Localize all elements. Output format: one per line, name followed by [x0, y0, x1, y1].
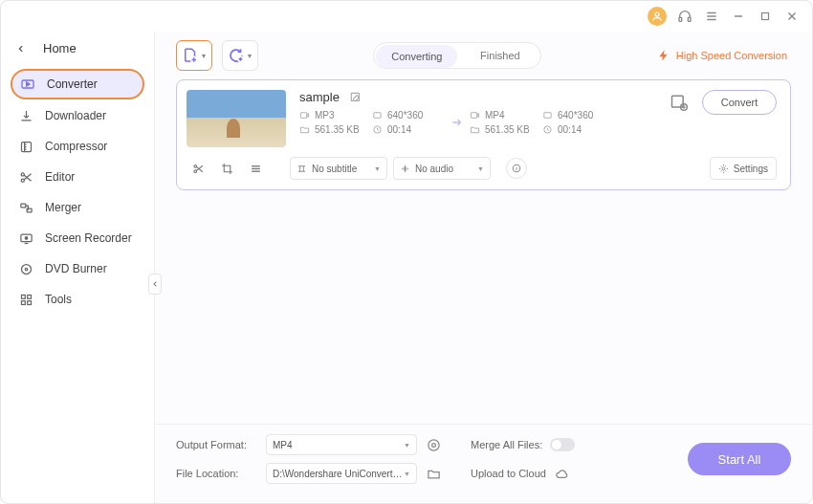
- sidebar-item-label: Editor: [45, 170, 75, 184]
- format-settings-icon[interactable]: [425, 436, 442, 453]
- sidebar-item-tools[interactable]: Tools: [11, 285, 144, 314]
- sidebar-item-downloader[interactable]: Downloader: [11, 101, 144, 130]
- svg-rect-32: [544, 113, 551, 119]
- chevron-down-icon: ▼: [201, 53, 208, 59]
- sidebar-item-label: Compressor: [45, 140, 107, 153]
- subtitle-value: No subtitle: [312, 164, 357, 174]
- sidebar-item-dvd-burner[interactable]: DVD Burner: [11, 254, 144, 283]
- home-button[interactable]: Home: [11, 37, 144, 69]
- bolt-icon: [657, 49, 670, 62]
- status-tabs: Converting Finished: [373, 42, 541, 69]
- svg-point-20: [25, 268, 28, 271]
- sidebar-item-label: Screen Recorder: [45, 231, 132, 245]
- start-all-button[interactable]: Start All: [688, 443, 791, 475]
- clock-icon: [372, 124, 383, 135]
- svg-point-19: [21, 264, 31, 274]
- file-location-label: File Location:: [176, 468, 258, 479]
- refresh-plus-icon: [228, 47, 245, 64]
- menu-icon[interactable]: [703, 8, 720, 25]
- sidebar-item-screen-recorder[interactable]: Screen Recorder: [11, 224, 144, 252]
- item-settings-button[interactable]: Settings: [710, 157, 777, 180]
- minimize-icon[interactable]: [730, 8, 747, 25]
- svg-point-44: [428, 439, 438, 449]
- converter-icon: [20, 77, 35, 92]
- video-icon: [299, 110, 310, 121]
- chevron-down-icon: ▼: [404, 471, 410, 477]
- src-size: 561.35 KB: [315, 124, 360, 135]
- merger-icon: [18, 201, 33, 215]
- scissors-icon: [18, 170, 33, 185]
- disc-icon: [18, 262, 33, 276]
- file-plus-icon: [182, 47, 199, 64]
- svg-point-42: [722, 167, 725, 170]
- svg-rect-22: [27, 295, 31, 298]
- dst-duration: 00:14: [558, 124, 582, 135]
- high-speed-conversion-button[interactable]: High Speed Conversion: [657, 49, 791, 62]
- chevron-down-icon: ▼: [374, 165, 381, 172]
- sidebar-item-merger[interactable]: Merger: [11, 193, 144, 222]
- cloud-icon[interactable]: [554, 465, 571, 482]
- clock-icon: [542, 124, 553, 135]
- folder-icon: [299, 124, 310, 135]
- chevron-down-icon: ▼: [477, 165, 484, 172]
- dst-resolution: 640*360: [558, 110, 593, 121]
- svg-rect-23: [21, 300, 25, 304]
- audio-value: No audio: [415, 164, 453, 174]
- edit-name-icon[interactable]: [349, 91, 363, 104]
- convert-button[interactable]: Convert: [702, 90, 777, 115]
- user-avatar-icon[interactable]: [648, 7, 667, 26]
- upload-label: Upload to Cloud: [471, 468, 546, 479]
- add-url-button[interactable]: ▼: [222, 40, 258, 71]
- crop-button[interactable]: [215, 158, 238, 179]
- output-settings-icon[interactable]: [670, 93, 689, 112]
- tab-converting[interactable]: Converting: [376, 45, 457, 68]
- compressor-icon: [18, 140, 33, 154]
- settings-label: Settings: [734, 164, 768, 174]
- svg-rect-28: [300, 113, 306, 119]
- open-folder-icon[interactable]: [425, 465, 442, 482]
- sidebar-item-compressor[interactable]: Compressor: [11, 132, 144, 161]
- trim-button[interactable]: [187, 158, 209, 179]
- folder-icon: [470, 124, 480, 135]
- merge-label: Merge All Files:: [471, 439, 542, 450]
- info-button[interactable]: [506, 158, 527, 179]
- svg-marker-11: [27, 82, 30, 86]
- svg-rect-29: [374, 113, 381, 119]
- close-icon[interactable]: [783, 8, 801, 25]
- footer: Output Format: MP4 ▼ Merge All Files: Fi…: [155, 424, 812, 503]
- sidebar-item-label: Converter: [47, 77, 98, 91]
- src-duration: 00:14: [387, 124, 411, 135]
- svg-rect-1: [679, 17, 682, 21]
- svg-point-18: [25, 236, 28, 239]
- subtitle-select[interactable]: No subtitle ▼: [290, 157, 387, 180]
- toolbar: ▼ ▼ Converting Finished High Speed Conve…: [155, 32, 812, 79]
- add-file-button[interactable]: ▼: [176, 40, 212, 71]
- output-format-select[interactable]: MP4 ▼: [266, 434, 417, 455]
- recorder-icon: [18, 231, 33, 246]
- output-format-value: MP4: [273, 440, 293, 450]
- download-icon: [18, 109, 33, 123]
- video-icon: [470, 110, 480, 121]
- tab-finished[interactable]: Finished: [459, 43, 540, 68]
- chevron-down-icon: ▼: [404, 442, 410, 449]
- audio-select[interactable]: No audio ▼: [393, 157, 491, 180]
- sidebar-item-converter[interactable]: Converter: [11, 69, 144, 99]
- chevron-down-icon: ▼: [247, 53, 253, 59]
- svg-rect-2: [688, 17, 691, 21]
- headset-icon[interactable]: [676, 8, 693, 25]
- collapse-sidebar-button[interactable]: [148, 274, 162, 295]
- audio-icon: [400, 164, 410, 174]
- file-name: sample: [299, 90, 340, 104]
- output-format-label: Output Format:: [176, 439, 258, 450]
- file-location-select[interactable]: D:\Wondershare UniConverter 1 ▼: [266, 463, 417, 484]
- dst-format: MP4: [485, 110, 505, 121]
- merge-toggle[interactable]: [550, 438, 575, 451]
- video-thumbnail[interactable]: [187, 90, 286, 147]
- maximize-icon[interactable]: [757, 8, 774, 25]
- sidebar-item-editor[interactable]: Editor: [11, 163, 144, 191]
- effects-button[interactable]: [244, 158, 267, 179]
- sidebar-item-label: Tools: [45, 293, 72, 306]
- svg-point-43: [431, 443, 435, 447]
- svg-rect-15: [20, 204, 25, 208]
- svg-point-0: [655, 12, 659, 16]
